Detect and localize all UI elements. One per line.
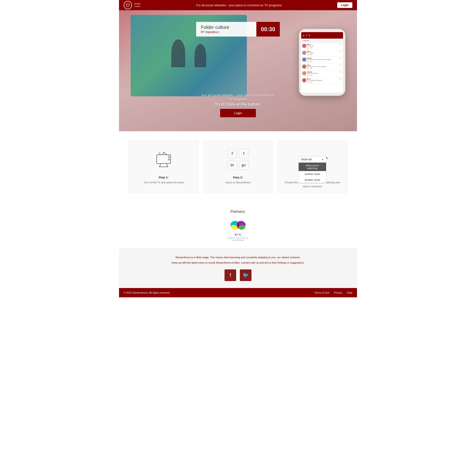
thumbup-icon: 👍 0 [307,54,309,55]
svg-line-1 [160,164,161,167]
footer-info-line1: StreamArena is in Beta stage. This means… [124,255,352,260]
dropdown-demo[interactable]: show list ▼ show you're watching another… [298,156,326,163]
partners-section: Partners: RTV RADIO TELEVIZIJAVOJVODINE [119,202,357,248]
comment-actions: 👍 0 👎 0 [307,61,338,62]
svg-line-5 [163,152,164,155]
dropdown-menu: show you're watching another show anothe… [298,163,326,183]
comment-body: Dragan Boris, znaš šta je to, zaista!? v… [307,57,338,62]
cursor-icon: ↖ [326,156,329,160]
dropdown-item-1[interactable]: another show [299,171,326,177]
person2-silhouette [195,44,206,67]
logo-icon [124,1,132,9]
thumbdown-icon: 👎 0 [310,68,313,69]
phone-comment-item: Dragan Boris, znaš šta je to, zaista!? v… [301,57,343,63]
footer-twitter-button[interactable]: 🐦 [240,269,252,281]
svg-line-4 [159,152,160,155]
googleplus-icon: g+ [239,160,249,170]
dropdown-trigger[interactable]: show list ▼ [298,156,326,163]
social-icons-grid: f t in g+ [227,149,249,170]
svg-point-7 [168,156,170,158]
thumbdown-icon: 👎 0 [310,47,313,49]
star-icon: ★ [303,34,305,37]
comment-actions: 👍 0 👎 0 [307,75,338,76]
chevron-down-icon: ▼ [322,158,324,161]
footer-help-link[interactable]: Help [347,291,352,294]
svg-line-6 [164,152,167,155]
footer-copyright: © 2013 StreamArena. All rights reserved. [124,291,170,294]
comment-text: moha naša hamilije :( [307,73,338,74]
step1-icon-area [154,148,173,171]
phone-outer: ★ ⇧ ✎ 1 episode Boris To su lošanti 👍 0 … [299,29,345,96]
rtv-subtitle: RADIO TELEVIZIJAVOJVODINE [228,237,248,241]
comment-body: Boris To su lošanti 👍 0 👎 0 [307,44,338,49]
twitter-icon: t [239,149,249,158]
comment-text: To su lošanti [307,52,338,54]
hero-tagline2: TV programs [198,97,278,101]
comment-time: 21:40 [339,51,342,56]
hero-login-button[interactable]: Login [220,109,256,117]
edit-icon: ✎ [308,34,310,37]
footer-privacy-link[interactable]: Privacy [334,291,342,294]
comment-avatar [302,78,306,82]
partners-title: Partners: [124,210,352,214]
phone-comments: Boris To su lošanti 👍 0 👎 0 21:29 Boris … [301,43,343,84]
comment-avatar [302,71,306,75]
thumbdown-icon: 👎 0 [310,54,313,55]
rtv-logo: RTV RADIO TELEVIZIJAVOJVODINE [124,219,352,241]
phone-comment-item: Gigiann moha naša hamilije :( 👍 0 👎 0 21… [301,70,343,77]
footer-info-section: StreamArena is in Beta stage. This means… [119,248,357,288]
hero-overlay: For all social networks - your place to … [198,94,278,117]
program-channel: RT Vojvodina 1 [201,30,252,34]
comment-text: To su lošanti [307,45,338,47]
tv-people [171,39,206,72]
footer-terms-link[interactable]: Terms of Use [314,291,330,294]
comment-time: 21:50 [339,64,342,69]
dropdown-item-0[interactable]: show you're watching [299,163,326,171]
thumbup-icon: 👍 0 [307,75,309,76]
logo-area: Stream Arena [124,1,141,9]
comment-time: 21:40 [339,57,342,62]
rtv-butterfly-icon [230,219,246,232]
comment-avatar [302,44,306,48]
header-tagline: For all social networks - your place to … [141,3,337,7]
svg-rect-0 [157,155,170,164]
thumbup-icon: 👍 0 [307,61,309,62]
comment-actions: 👍 0 👎 0 [307,47,338,49]
dropdown-trigger-label: show list [301,158,312,161]
thumbup-icon: 👍 0 [307,68,309,69]
comment-actions: 👍 0 👎 0 [307,81,338,83]
comment-avatar [302,51,306,55]
comment-text: Boris, znaš šta je to, zaista!? vidim in… [307,59,338,61]
footer-facebook-button[interactable]: f [224,269,236,281]
phone-comment-item: Boris Čuj, ne zbilja se računanjem :) 👍 … [301,77,343,84]
footer-links: Terms of Use Privacy Help [314,291,352,294]
step2-title: Step 2: [233,176,243,179]
comment-time: 21:59 [339,78,342,83]
thumbdown-icon: 👎 0 [310,61,313,62]
program-time: 00:30 [256,22,280,36]
phone-comment-item: Boris To su lošanti 👍 0 👎 0 21:40 [301,50,343,57]
step2-card: f t in g+ Step 2: Log in to StreamArenu [203,140,273,193]
svg-line-2 [166,164,168,167]
hero-cta-text: Try it! Click on the button: [198,102,278,106]
step2-icon-area: f t in g+ [227,148,249,171]
comment-avatar [302,57,306,62]
comment-text: Čuj, ne zbilja se računanjem :) [307,79,338,81]
header-login-button[interactable]: Login [337,2,352,8]
step3-card: show list ▼ show you're watching another… [278,140,347,193]
svg-point-8 [168,159,170,160]
thumbdown-icon: 👎 0 [310,75,313,76]
linkedin-icon: in [227,160,237,170]
program-info-left: Folder culture RT Vojvodina 1 [196,22,256,36]
logo-text: Stream Arena [134,3,141,8]
comment-time: 21:29 [339,44,342,49]
comment-body: Gigiann moha naša hamilije :( 👍 0 👎 0 [307,71,338,76]
comment-text: nešto glasno, kao šta'e pri, faruk glas [307,66,338,68]
hero-section: Folder culture RT Vojvodina 1 00:30 ★ ⇧ … [119,10,357,131]
program-info-bar: Folder culture RT Vojvodina 1 00:30 [196,22,280,36]
comment-body: Boris To su lošanti 👍 0 👎 0 [307,51,338,56]
dropdown-item-2[interactable]: another show [299,177,326,183]
step1-title: Step 1: [159,176,169,179]
thumbup-icon: 👍 0 [307,81,309,83]
step1-desc: Turn on the TV and select the show [143,181,184,184]
